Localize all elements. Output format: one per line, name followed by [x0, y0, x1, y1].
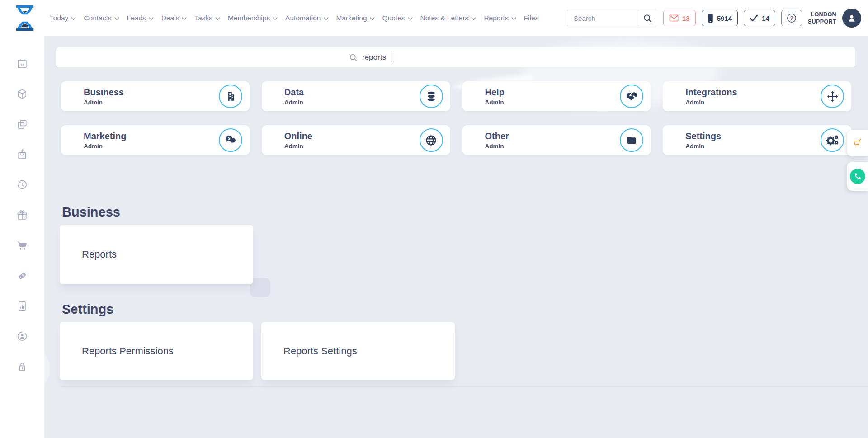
shopping-cart-icon [852, 137, 863, 149]
admin-search-value: reports [362, 53, 386, 62]
tasks-done-badge[interactable]: 14 [744, 10, 775, 26]
main-content: reports Business Admin Data Admin Help A… [44, 36, 868, 438]
chevron-down-icon [370, 17, 375, 20]
copy-icon[interactable] [16, 118, 28, 132]
mobile-phone-icon [708, 14, 713, 23]
avatar[interactable] [842, 9, 861, 28]
phone-count: 5914 [717, 14, 732, 22]
nav-item-today[interactable]: Today [50, 14, 76, 22]
calendar-icon[interactable]: 12 [16, 58, 28, 71]
nav-label: Automation [285, 14, 321, 22]
building-icon [219, 85, 242, 108]
chevron-down-icon [471, 17, 476, 20]
chevron-down-icon [149, 17, 154, 20]
question-mark-icon: ? [786, 12, 797, 24]
history-icon[interactable] [16, 179, 28, 193]
cart-widget-button[interactable] [847, 130, 868, 156]
category-card-settings[interactable]: Settings Admin [663, 125, 851, 155]
lock-icon[interactable] [16, 361, 28, 374]
nav-label: Files [524, 14, 539, 22]
category-card-help[interactable]: Help Admin [462, 81, 651, 111]
category-grid: Business Admin Data Admin Help Admin Int… [61, 81, 851, 155]
icon-sidebar: 12 $ [0, 36, 44, 438]
header-search [567, 10, 657, 26]
bag-receive-icon[interactable] [16, 149, 28, 162]
gift-icon[interactable] [16, 209, 28, 223]
chevron-down-icon [324, 17, 329, 20]
svg-text:?: ? [790, 15, 793, 21]
check-count: 14 [762, 14, 769, 22]
nav-item-marketing[interactable]: Marketing [336, 14, 375, 22]
nav-item-memberships[interactable]: Memberships [228, 14, 278, 22]
header-search-button[interactable] [638, 10, 657, 26]
decorative-circle [44, 344, 50, 394]
price-tag-icon[interactable]: $ [16, 270, 28, 283]
item-card-label: Reports Settings [283, 345, 357, 357]
category-card-marketing[interactable]: Marketing Admin $ [61, 125, 250, 155]
folder-icon [620, 128, 643, 152]
header-actions: 13 5914 14 ? LONDON SUPPORT [567, 9, 861, 28]
phone-widget-button[interactable] [847, 162, 868, 191]
chevron-down-icon [71, 17, 76, 20]
report-document-icon[interactable] [16, 300, 28, 314]
nav-item-notes-letters[interactable]: Notes & Letters [420, 14, 476, 22]
nav-label: Today [50, 14, 68, 22]
user-circle-icon[interactable] [16, 330, 28, 344]
item-card-label: Reports [82, 249, 117, 260]
user-name-line2: SUPPORT [808, 18, 836, 25]
nav-item-leads[interactable]: Leads [127, 14, 154, 22]
mail-badge[interactable]: 13 [663, 10, 696, 26]
phone-circle [850, 169, 865, 184]
mail-count: 13 [682, 14, 690, 22]
comments-dollar-icon: $ [219, 128, 242, 152]
category-card-data[interactable]: Data Admin [262, 81, 450, 111]
category-card-integrations[interactable]: Integrations Admin [663, 81, 851, 111]
search-icon [643, 14, 652, 23]
category-card-other[interactable]: Other Admin [462, 125, 651, 155]
user-name[interactable]: LONDON SUPPORT [808, 11, 836, 26]
item-card-reports-settings[interactable]: Reports Settings [261, 322, 455, 380]
phone-badge[interactable]: 5914 [702, 10, 738, 26]
chevron-down-icon [511, 17, 516, 20]
header-search-input[interactable] [567, 10, 638, 26]
top-bar: Today Contacts Leads Deals Tasks Members… [0, 0, 868, 36]
nav-item-files[interactable]: Files [524, 14, 539, 22]
chevron-down-icon [114, 17, 119, 20]
svg-text:12: 12 [20, 63, 24, 67]
help-button[interactable]: ? [781, 10, 802, 26]
chevron-down-icon [182, 17, 187, 20]
check-icon [750, 14, 758, 22]
chevron-down-icon [215, 17, 220, 20]
nav-item-quotes[interactable]: Quotes [382, 14, 413, 22]
search-icon [349, 53, 358, 62]
nav-item-automation[interactable]: Automation [285, 14, 328, 22]
nav-item-reports[interactable]: Reports [484, 14, 516, 22]
section-divider [61, 386, 868, 387]
arrows-move-icon [821, 85, 844, 108]
chevron-down-icon [408, 17, 413, 20]
app-logo-icon[interactable] [14, 5, 36, 31]
nav-label: Quotes [382, 14, 405, 22]
item-card-reports[interactable]: Reports [60, 225, 253, 284]
nav-label: Memberships [228, 14, 270, 22]
item-card-label: Reports Permissions [82, 345, 174, 357]
item-card-reports-permissions[interactable]: Reports Permissions [60, 322, 253, 380]
nav-item-contacts[interactable]: Contacts [84, 14, 119, 22]
nav-label: Marketing [336, 14, 367, 22]
category-card-online[interactable]: Online Admin [262, 125, 450, 155]
cart-icon[interactable] [16, 240, 28, 253]
cube-icon[interactable] [16, 88, 28, 102]
nav-item-deals[interactable]: Deals [161, 14, 187, 22]
category-card-business[interactable]: Business Admin [61, 81, 250, 111]
nav-label: Tasks [194, 14, 212, 22]
section-title-business: Business [62, 205, 868, 220]
user-name-line1: LONDON [808, 11, 836, 18]
mail-icon [669, 14, 679, 22]
handshake-icon [620, 85, 643, 108]
business-items-row: Reports [60, 225, 868, 284]
nav-label: Contacts [84, 14, 111, 22]
svg-text:$: $ [228, 136, 231, 141]
nav-item-tasks[interactable]: Tasks [194, 14, 220, 22]
nav-label: Reports [484, 14, 508, 22]
admin-search-input[interactable]: reports [56, 47, 855, 67]
